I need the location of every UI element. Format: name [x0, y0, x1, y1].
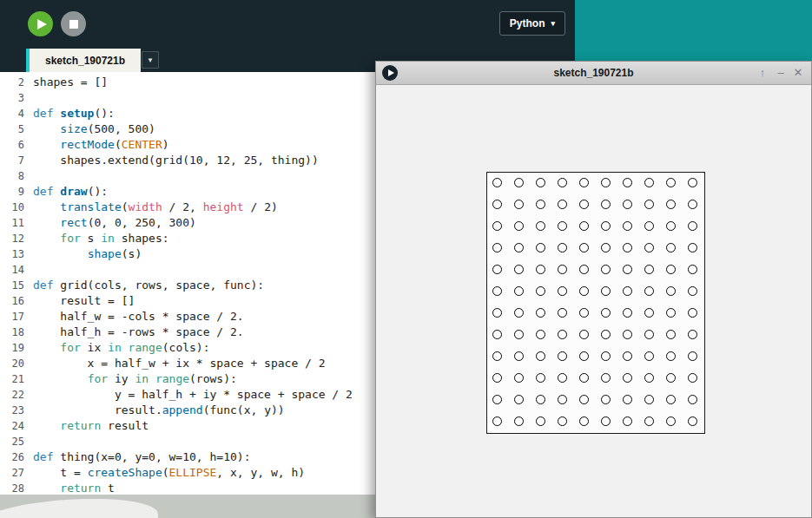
drawn-circle	[623, 395, 632, 404]
active-tab-accent	[26, 49, 30, 72]
sketch-canvas	[377, 85, 810, 516]
drawn-circle	[688, 308, 697, 318]
ide-toolbar: Python ▾	[0, 0, 575, 48]
line-number: 19	[0, 340, 24, 356]
code-text: translate(width / 2, height / 2)	[33, 200, 278, 213]
drawn-circle	[536, 178, 545, 187]
drawn-circle	[558, 416, 567, 426]
drawn-circle	[558, 178, 567, 187]
line-number: 24	[0, 418, 24, 434]
code-text: size(500, 500)	[33, 122, 155, 135]
line-number: 28	[0, 481, 24, 495]
drawn-circle	[536, 243, 545, 252]
drawn-circle	[623, 416, 632, 426]
drawn-circle	[688, 373, 697, 383]
drawn-circle	[492, 265, 502, 274]
line-number: 9	[0, 184, 24, 200]
drawn-circle	[536, 286, 545, 296]
line-number: 12	[0, 231, 24, 246]
drawn-circle	[666, 373, 676, 383]
drawn-circle	[644, 286, 654, 296]
line-number: 14	[0, 262, 24, 278]
line-number: 15	[0, 278, 24, 293]
drawn-circle	[644, 351, 654, 361]
drawn-circle	[666, 221, 676, 231]
drawn-circle	[601, 265, 611, 274]
drawn-circle	[688, 351, 697, 361]
drawn-circle	[536, 351, 545, 361]
page-curl-decoration	[0, 495, 159, 518]
drawn-circle	[666, 286, 676, 296]
line-number: 20	[0, 356, 24, 371]
drawn-circle	[644, 395, 654, 404]
mode-selector-button[interactable]: Python ▾	[499, 11, 565, 36]
drawn-circle	[644, 243, 654, 252]
line-number: 25	[0, 434, 24, 449]
drawn-circle	[514, 265, 524, 274]
drawn-circle	[536, 221, 545, 231]
drawn-circle	[623, 373, 632, 383]
play-icon	[37, 19, 47, 30]
code-text: return t	[33, 482, 115, 495]
line-number: 21	[0, 371, 24, 387]
run-button[interactable]	[28, 11, 53, 36]
drawn-circle	[492, 286, 502, 296]
drawn-circle	[666, 330, 676, 339]
code-text: def thing(x=0, y=0, w=10, h=10):	[33, 450, 250, 463]
drawn-circle	[666, 243, 676, 252]
drawn-circle	[579, 351, 589, 361]
drawn-circle	[579, 373, 589, 383]
drawn-circle	[623, 200, 632, 209]
drawn-circle	[644, 373, 654, 383]
drawn-circle	[514, 178, 524, 187]
drawn-circle	[644, 330, 654, 339]
drawn-circle	[492, 221, 502, 231]
sketch-window-title: sketch_190721b	[376, 62, 811, 84]
desktop: Python ▾ sketch_190721b ▾ 2shapes = []34…	[0, 0, 812, 518]
close-button[interactable]: ✕	[789, 62, 807, 84]
code-text: x = half_w + ix * space + space / 2	[33, 357, 326, 370]
drawn-circle	[666, 200, 676, 209]
drawn-circle	[558, 265, 567, 274]
sketch-titlebar[interactable]: sketch_190721b ↑ – ✕	[376, 62, 811, 85]
code-text: for s in shapes:	[33, 232, 169, 245]
tab-sketch[interactable]: sketch_190721b	[26, 49, 141, 72]
drawn-circle	[558, 286, 567, 296]
line-number: 11	[0, 215, 24, 231]
drawn-circle	[514, 330, 524, 339]
drawn-circle	[579, 330, 589, 339]
maximize-button[interactable]: ↑	[754, 62, 771, 84]
drawn-circle	[601, 308, 611, 318]
drawn-circle	[688, 200, 697, 209]
drawn-circle	[644, 308, 654, 318]
line-number: 27	[0, 465, 24, 481]
line-number: 10	[0, 200, 24, 215]
drawn-circle	[579, 308, 589, 318]
drawn-circle	[623, 243, 632, 252]
stop-button[interactable]	[61, 11, 86, 36]
drawn-circle	[558, 308, 567, 318]
drawn-circle	[601, 373, 611, 383]
line-number: 2	[0, 75, 24, 90]
tab-dropdown-button[interactable]: ▾	[142, 51, 159, 69]
line-number: 26	[0, 449, 24, 465]
drawn-circle	[688, 243, 697, 252]
code-text: shapes = []	[33, 75, 108, 89]
chevron-down-icon: ▾	[149, 56, 153, 64]
line-number: 3	[0, 90, 24, 106]
drawn-circle	[579, 200, 589, 209]
line-number: 6	[0, 137, 24, 153]
line-number: 17	[0, 309, 24, 325]
minimize-button[interactable]: –	[772, 62, 789, 84]
drawn-circle	[644, 200, 654, 209]
code-text: def setup():	[33, 107, 115, 120]
drawn-circle	[666, 308, 676, 318]
drawn-circle	[644, 416, 654, 426]
drawn-circle	[623, 221, 632, 231]
drawn-circle	[558, 373, 567, 383]
code-text: rectMode(CENTER)	[33, 138, 169, 151]
drawn-circle	[536, 265, 545, 274]
drawn-circle	[601, 286, 611, 296]
drawn-circle	[536, 200, 545, 209]
drawn-circle	[492, 373, 502, 383]
